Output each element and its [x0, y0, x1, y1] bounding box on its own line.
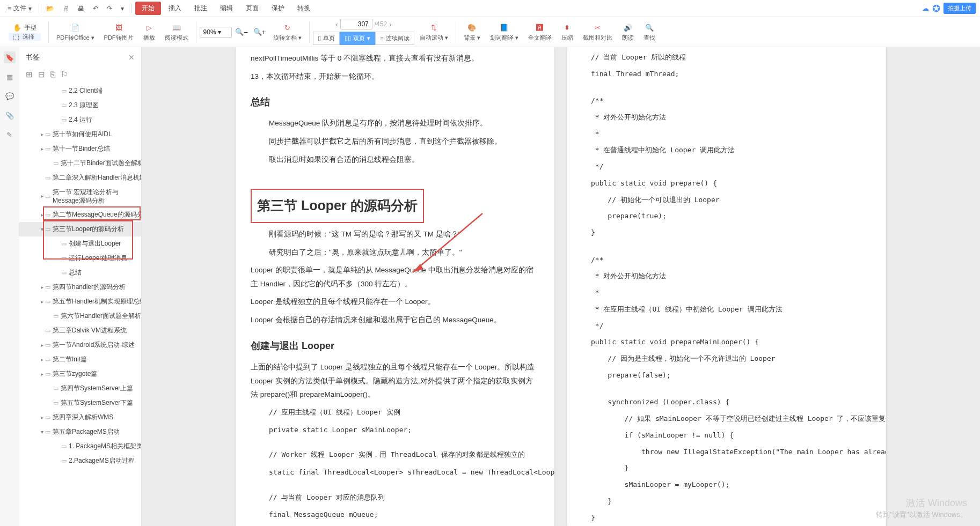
upload-button[interactable]: 拍摄上传 — [944, 3, 976, 14]
rotate-button[interactable]: ↻旋转文档 ▾ — [269, 22, 306, 42]
pdf-to-image[interactable]: 🖼PDF转图片 — [100, 22, 138, 42]
find-button[interactable]: 🔍查找 — [639, 22, 660, 42]
redo-icon[interactable]: ↷ — [104, 3, 115, 14]
code-line: * — [582, 128, 871, 140]
body-text: Looper 的职责很单一，就是单纯的从 MessageQueue 中取出消息分… — [251, 263, 539, 291]
bookmark-item[interactable]: ▭第六节Handler面试题全解析 — [19, 309, 141, 323]
code-line: throw new IllegalStateException("The mai… — [582, 446, 871, 458]
page-total: /452 — [375, 20, 387, 28]
bookmark-item[interactable]: ▸▭第四章深入解析WMS — [19, 410, 141, 425]
close-icon[interactable]: ✕ — [128, 53, 135, 62]
pdf-to-office[interactable]: 📄PDF转Office ▾ — [52, 22, 99, 42]
section-title: 第三节 Looper 的源码分析 — [257, 193, 418, 219]
bookmark-item[interactable]: ▭2.2 Client端 — [19, 84, 141, 98]
bookmark-item[interactable]: ▸▭第十节如何使用AIDL — [19, 127, 141, 142]
bookmark-item[interactable]: ▭第三章Dalvik VM进程系统 — [19, 323, 141, 338]
comment-rail-icon[interactable]: 💬 — [4, 90, 16, 102]
thumbnail-rail-icon[interactable]: ▦ — [4, 71, 16, 83]
bookmark-item[interactable]: ▸▭第四节handler的源码分析 — [19, 280, 141, 294]
print-icon[interactable]: 🖶 — [75, 3, 87, 14]
next-page-icon[interactable]: › — [389, 20, 391, 28]
tab-annotate[interactable]: 批注 — [189, 2, 213, 15]
background-button[interactable]: 🎨背景 ▾ — [459, 22, 485, 42]
signature-rail-icon[interactable]: ✎ — [4, 129, 16, 140]
code-line: prepare(true); — [582, 210, 871, 223]
zoom-out-icon[interactable]: 🔍‒ — [233, 28, 250, 36]
bookmark-item[interactable]: ▭1. PackageMS相关框架类 — [19, 439, 141, 454]
page-number-input[interactable] — [340, 19, 372, 29]
menu-bar: ≡ 文件 ▾ 📂 🖨 🖶 ↶ ↷ ▾ 开始 插入 批注 编辑 页面 保护 转换 … — [0, 0, 980, 17]
code-line: } — [582, 512, 871, 524]
bookmark-item[interactable]: ▸▭第三节zygote篇 — [19, 367, 141, 381]
code-line: // 因为是主线程，初始化一个不允许退出的 Looper — [582, 353, 871, 365]
body-text: 上面的结论中提到了 Looper 是线程独立的且每个线程只能存在一个 Loope… — [251, 360, 539, 402]
heading-create: 创建与退出 Looper — [251, 337, 539, 355]
bookmark-item[interactable]: ▭运行Looper处理消息 — [19, 251, 141, 265]
code-line: * 对外公开初始化方法 — [582, 270, 871, 283]
left-rail: 🔖 ▦ 💬 📎 ✎ — [0, 47, 19, 526]
bookmark-item[interactable]: ▭2.4 运行 — [19, 113, 141, 127]
crop-compare-button[interactable]: ✂截图和对比 — [579, 22, 617, 42]
bookmark-item[interactable]: ▸▭第二节Init篇 — [19, 352, 141, 367]
bookmark-item[interactable]: ▭第四节SystemServer上篇 — [19, 381, 141, 396]
logo-icon: ✪ — [932, 3, 940, 14]
open-icon[interactable]: 📂 — [43, 3, 57, 14]
code-line: } — [582, 495, 871, 508]
body-text: 刚看源码的时候："这 TM 写的是啥？那写的又 TM 是啥？" — [251, 227, 539, 241]
code-line: // 初始化一个可以退出的 Looper — [582, 194, 871, 206]
attachment-rail-icon[interactable]: 📎 — [4, 109, 16, 121]
page-left: nextPollTimeoutMillis 等于 0 不阻塞线程，直接去查看有没… — [236, 47, 554, 526]
bookmark-item[interactable]: ▭总结 — [19, 265, 141, 280]
bookmark-item[interactable]: ▭第十二节Binder面试题全解析 — [19, 156, 141, 171]
bookmark-item[interactable]: ▸▭第五节Handler机制实现原理总结 — [19, 294, 141, 309]
zoom-in-icon[interactable]: 🔍+ — [251, 28, 268, 36]
dropdown-icon[interactable]: ▾ — [118, 3, 127, 14]
view-single[interactable]: ▯ 单页 — [313, 32, 340, 45]
autoscroll-button[interactable]: ⇅自动滚动 ▾ — [415, 22, 452, 42]
tab-edit[interactable]: 编辑 — [215, 2, 238, 15]
code-line: final MessageQueue mQueue; — [251, 508, 539, 522]
code-line: static final ThreadLocal<Looper> sThread… — [251, 466, 539, 479]
add-bookmark-icon[interactable]: ⎘ — [50, 70, 55, 79]
bookmark-item[interactable]: ▸▭第二节MessageQueue的源码分析 — [19, 208, 141, 222]
tab-convert[interactable]: 转换 — [292, 2, 316, 15]
code-line: sMainLooper = myLooper(); — [582, 479, 871, 491]
translate-selection[interactable]: 📘划词翻译 ▾ — [486, 22, 523, 42]
prev-page-icon[interactable]: ‹ — [335, 20, 338, 28]
save-icon[interactable]: 🖨 — [60, 3, 72, 14]
hamburger-menu[interactable]: ≡ 文件 ▾ — [4, 2, 35, 15]
bookmark-item[interactable]: ▸▭第十一节Binder总结 — [19, 142, 141, 156]
view-double[interactable]: ▯▯ 双页 ▾ — [340, 32, 375, 45]
tab-page[interactable]: 页面 — [240, 2, 264, 15]
bookmark-item[interactable]: ▾▭第三节Looper的源码分析 — [19, 222, 141, 236]
read-mode[interactable]: 📖阅读模式 — [160, 22, 193, 42]
document-viewport[interactable]: nextPollTimeoutMillis 等于 0 不阻塞线程，直接去查看有没… — [142, 47, 980, 526]
bookmark-item[interactable]: ▸▭第一节Android系统启动-综述 — [19, 338, 141, 352]
bookmark-item[interactable]: ▾▭第五章PackageMS启动 — [19, 425, 141, 439]
undo-icon[interactable]: ↶ — [90, 3, 101, 14]
hand-tool[interactable]: ✋手型 — [9, 24, 41, 32]
bookmark-item[interactable]: ▸▭第一节 宏观理论分析与Message源码分析 — [19, 185, 141, 208]
expand-all-icon[interactable]: ⊞ — [26, 70, 33, 79]
code-line: // 如果 sMainLooper 不等于空说明已经创建过主线程 Looper … — [582, 413, 871, 425]
bookmark-rail-icon[interactable]: 🔖 — [4, 51, 16, 63]
translate-all[interactable]: 🅰全文翻译 — [524, 22, 556, 42]
bookmark-item[interactable]: ▭第二章深入解析Handler消息机制 — [19, 171, 141, 185]
bookmark-item[interactable]: ▭第五节SystemServer下篇 — [19, 396, 141, 410]
cloud-icon[interactable]: ☁ — [922, 4, 929, 12]
zoom-input[interactable]: 90% ▾ — [200, 27, 232, 38]
bookmark-item[interactable]: ▭2.3 原理图 — [19, 98, 141, 113]
view-continuous[interactable]: ≡ 连续阅读 — [375, 32, 414, 45]
bookmark-flag-icon[interactable]: ⚐ — [61, 70, 68, 79]
tab-insert[interactable]: 插入 — [163, 2, 187, 15]
tab-start[interactable]: 开始 — [135, 2, 161, 15]
bookmark-item[interactable]: ▭创建与退出Looper — [19, 236, 141, 251]
toolbar: ✋手型 ⬚选择 📄PDF转Office ▾ 🖼PDF转图片 ▷播放 📖阅读模式 … — [0, 17, 980, 47]
select-tool[interactable]: ⬚选择 — [9, 33, 41, 41]
play-button[interactable]: ▷播放 — [139, 22, 159, 42]
read-aloud-button[interactable]: 🔊朗读 — [618, 22, 638, 42]
tab-protect[interactable]: 保护 — [266, 2, 290, 15]
compress-button[interactable]: ⬍压缩 — [557, 22, 577, 42]
bookmark-item[interactable]: ▭2.PackageMS启动过程 — [19, 454, 141, 468]
collapse-all-icon[interactable]: ⊟ — [38, 70, 45, 79]
